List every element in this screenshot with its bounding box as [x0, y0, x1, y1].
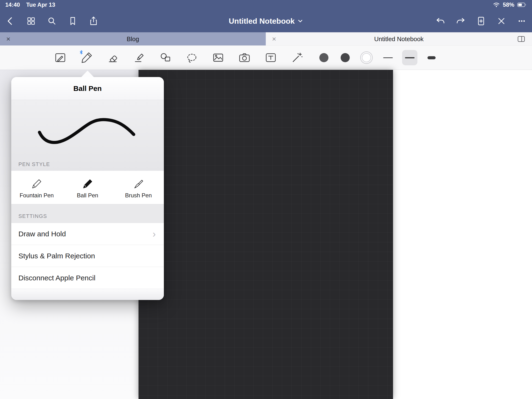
share-icon[interactable]: [87, 15, 100, 27]
top-chrome: 14:40 Tue Apr 13 58%: [0, 0, 532, 32]
settings-section: SETTINGS: [11, 204, 164, 223]
notebook-canvas[interactable]: [139, 70, 393, 399]
tab-label: Untitled Notebook: [374, 35, 424, 43]
pen-settings-popover: Ball Pen PEN STYLE Fountain Pen Ball Pen: [11, 77, 164, 300]
highlighter-tool[interactable]: [133, 51, 146, 64]
pen-tool[interactable]: [80, 51, 93, 64]
stroke-preview: PEN STYLE: [11, 100, 164, 171]
pen-style-brush-pen[interactable]: Brush Pen: [113, 171, 164, 204]
chevron-down-icon: [297, 18, 303, 24]
battery-icon: [517, 2, 527, 7]
thumbnails-icon[interactable]: [25, 15, 38, 27]
wifi-icon: [493, 2, 500, 8]
color-swatch-gray[interactable]: [317, 51, 331, 64]
nav-bar: Untitled Notebook: [0, 10, 532, 32]
image-tool[interactable]: [211, 51, 225, 64]
popover-footer: [11, 289, 164, 300]
goodnotes-screen: { "status_bar": { "time": "14:40", "date…: [0, 0, 532, 399]
status-bar: 14:40 Tue Apr 13 58%: [0, 0, 532, 10]
settings-row-disconnect-apple-pencil[interactable]: Disconnect Apple Pencil: [11, 267, 164, 289]
back-button[interactable]: [4, 15, 17, 27]
pen-style-fountain-pen[interactable]: Fountain Pen: [11, 171, 62, 204]
notebook-title-menu[interactable]: Untitled Notebook: [229, 17, 303, 25]
camera-tool[interactable]: [238, 51, 251, 64]
pen-style-section-label: PEN STYLE: [19, 161, 50, 167]
chevron-right-icon: ›: [153, 229, 164, 239]
bluetooth-icon: [79, 50, 83, 55]
laser-pointer-tool[interactable]: [290, 51, 304, 64]
page-title: Untitled Notebook: [229, 17, 295, 25]
split-view-icon[interactable]: [515, 32, 528, 45]
popover-header: Ball Pen: [11, 77, 164, 100]
text-tool[interactable]: [264, 51, 278, 64]
tab-untitled-notebook[interactable]: × Untitled Notebook: [266, 32, 532, 45]
close-tab-icon[interactable]: ×: [270, 35, 278, 43]
pen-style-row: Fountain Pen Ball Pen Brush Pen: [11, 171, 164, 204]
pen-style-ball-pen-selected[interactable]: Ball Pen: [62, 171, 113, 204]
lasso-tool[interactable]: [185, 51, 199, 64]
search-icon[interactable]: [45, 15, 58, 27]
add-page-button[interactable]: [475, 15, 488, 27]
tab-bar: × Blog × Untitled Notebook: [0, 32, 532, 46]
settings-row-draw-and-hold[interactable]: Draw and Hold ›: [11, 223, 164, 245]
popover-arrow: [81, 70, 94, 77]
undo-button[interactable]: [434, 15, 447, 27]
battery-percent: 58%: [503, 1, 514, 8]
toolbar: [0, 46, 532, 70]
settings-row-stylus-palm-rejection[interactable]: Stylus & Palm Rejection: [11, 245, 164, 267]
close-tab-icon[interactable]: ×: [4, 35, 13, 43]
hide-toolbar-button[interactable]: [495, 15, 508, 27]
settings-section-label: SETTINGS: [19, 213, 47, 219]
stroke-thick-option[interactable]: [424, 50, 439, 65]
color-swatch-white-selected[interactable]: [360, 51, 373, 64]
more-options-button[interactable]: [515, 15, 528, 27]
bookmark-icon[interactable]: [66, 15, 79, 27]
eraser-tool[interactable]: [106, 51, 120, 64]
tab-label: Blog: [127, 35, 139, 43]
status-date: Tue Apr 13: [26, 1, 55, 8]
page-edit-tool[interactable]: [54, 51, 67, 64]
popover-title: Ball Pen: [73, 84, 102, 93]
color-swatch-dark-gray[interactable]: [338, 51, 352, 64]
status-time: 14:40: [5, 1, 20, 8]
stroke-medium-option[interactable]: [402, 50, 418, 65]
redo-button[interactable]: [454, 15, 467, 27]
tab-blog[interactable]: × Blog: [0, 32, 266, 45]
stroke-thin-option[interactable]: [380, 50, 396, 65]
shapes-tool[interactable]: [159, 51, 172, 64]
stroke-preview-wave: [11, 100, 164, 171]
